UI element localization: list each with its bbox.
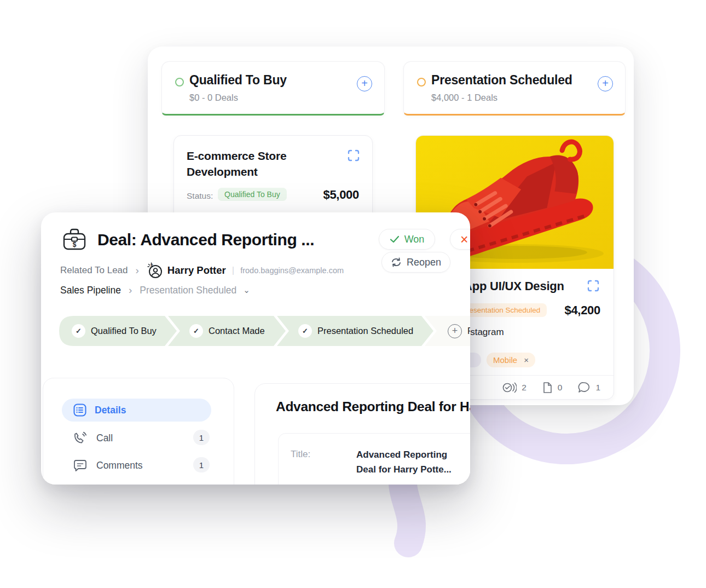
add-deal-button[interactable]: + bbox=[598, 76, 613, 91]
svg-text:$: $ bbox=[73, 241, 77, 249]
modal-content: Advanced Reporting Deal for Harry Potter… bbox=[254, 383, 470, 485]
screenshot-canvas: Qualified To Buy $0 - 0 Deals + Presenta… bbox=[0, 0, 706, 588]
svg-text:$: $ bbox=[151, 263, 153, 268]
field-value: Advanced Reporting Deal for Harry Potte.… bbox=[356, 447, 452, 477]
tag-mobile[interactable]: Mobile × bbox=[487, 353, 535, 367]
expand-icon[interactable] bbox=[347, 149, 360, 162]
lead-avatar-icon: $ bbox=[147, 262, 163, 279]
deal-briefcase-icon: $ bbox=[62, 227, 87, 251]
pipeline-name[interactable]: Sales Pipeline bbox=[60, 285, 121, 296]
column-title: Qualified To Buy bbox=[189, 73, 287, 88]
reopen-button[interactable]: Reopen bbox=[381, 252, 450, 273]
reopen-label: Reopen bbox=[407, 257, 441, 268]
comment-icon bbox=[73, 458, 88, 473]
files-count-icon bbox=[542, 382, 553, 394]
column-summary: $4,000 - 1 Deals bbox=[431, 93, 497, 103]
deal-amount: $5,000 bbox=[323, 188, 360, 202]
sidebar-item-label: Details bbox=[95, 405, 126, 416]
files-count: 0 bbox=[558, 383, 563, 393]
related-lead-row: Related To Lead › $ Harry Potter | frodo… bbox=[60, 263, 344, 278]
modal-title: Deal: Advanced Reporting ... bbox=[97, 230, 314, 249]
close-button[interactable]: × bbox=[450, 229, 470, 250]
won-button[interactable]: Won bbox=[379, 229, 435, 250]
sidebar-item-label: Comments bbox=[96, 460, 143, 471]
related-label: Related To Lead bbox=[60, 265, 128, 276]
chevron-down-icon[interactable]: ⌄ bbox=[243, 285, 250, 295]
column-status-dot bbox=[417, 78, 426, 87]
column-status-dot bbox=[175, 78, 184, 87]
details-list-icon bbox=[73, 403, 87, 417]
chevron-right-icon: › bbox=[129, 284, 132, 296]
reopen-cycle-icon bbox=[391, 257, 402, 267]
column-header-qualified: Qualified To Buy $0 - 0 Deals + bbox=[161, 61, 385, 116]
sidebar-item-call[interactable]: Call bbox=[73, 431, 113, 446]
stage-qualified[interactable]: ✓ Qualified To Buy bbox=[59, 316, 177, 346]
check-icon: ✓ bbox=[298, 324, 312, 338]
check-icon bbox=[390, 235, 400, 243]
call-count-badge: 1 bbox=[193, 430, 210, 445]
add-deal-button[interactable]: + bbox=[357, 76, 372, 91]
sidebar-item-comments[interactable]: Comments bbox=[73, 458, 143, 473]
pipeline-stages: ✓ Qualified To Buy ✓ Contact Made ✓ Pres… bbox=[41, 316, 470, 346]
divider: | bbox=[232, 265, 234, 276]
tag-remove-icon[interactable]: × bbox=[524, 355, 529, 365]
deal-title: App UI/UX Design bbox=[464, 278, 564, 294]
pipeline-row: Sales Pipeline › Presentation Sheduled ⌄ bbox=[60, 283, 250, 297]
sidebar-item-label: Call bbox=[96, 433, 113, 444]
stage-contact-made[interactable]: ✓ Contact Made bbox=[168, 316, 286, 346]
column-title: Presentation Scheduled bbox=[431, 73, 572, 88]
chevron-right-icon: › bbox=[136, 264, 139, 276]
field-label: Title: bbox=[291, 449, 310, 460]
comments-count-badge: 1 bbox=[193, 457, 210, 472]
stage-presentation[interactable]: ✓ Presentation Scheduled bbox=[277, 316, 433, 346]
deal-heading: Advanced Reporting Deal for Harry Potter bbox=[276, 399, 470, 414]
deal-fields-card: Title: Advanced Reporting Deal for Harry… bbox=[278, 433, 470, 485]
plus-circle-icon: + bbox=[448, 324, 462, 338]
lead-email: frodo.baggins@example.com bbox=[240, 266, 344, 275]
deal-modal: $ Deal: Advanced Reporting ... Won × Reo… bbox=[41, 212, 470, 485]
comments-count: 1 bbox=[595, 383, 600, 393]
status-badge: Qualified To Buy bbox=[218, 188, 287, 201]
won-label: Won bbox=[404, 234, 425, 245]
deal-amount: $4,200 bbox=[565, 303, 601, 318]
column-summary: $0 - 0 Deals bbox=[189, 93, 238, 103]
deal-title: E-commerce Store Development bbox=[187, 148, 334, 180]
column-header-presentation: Presentation Scheduled $4,000 - 1 Deals … bbox=[403, 61, 626, 116]
check-icon: ✓ bbox=[189, 324, 203, 338]
pipeline-stage[interactable]: Presentation Sheduled bbox=[140, 285, 236, 296]
activity-count-icon bbox=[502, 382, 517, 394]
sidebar-item-details[interactable]: Details bbox=[62, 399, 211, 422]
check-icon: ✓ bbox=[72, 324, 85, 338]
phone-icon bbox=[73, 431, 88, 446]
status-label: Status: bbox=[187, 191, 213, 201]
tag-label: Mobile bbox=[493, 355, 517, 365]
activity-count: 2 bbox=[522, 383, 526, 393]
comments-count-icon bbox=[577, 382, 591, 394]
lead-name[interactable]: Harry Potter bbox=[167, 264, 226, 276]
modal-sidebar: Details Call 1 Comments 1 bbox=[43, 378, 234, 485]
close-icon: × bbox=[460, 229, 468, 249]
expand-icon[interactable] bbox=[587, 279, 600, 292]
